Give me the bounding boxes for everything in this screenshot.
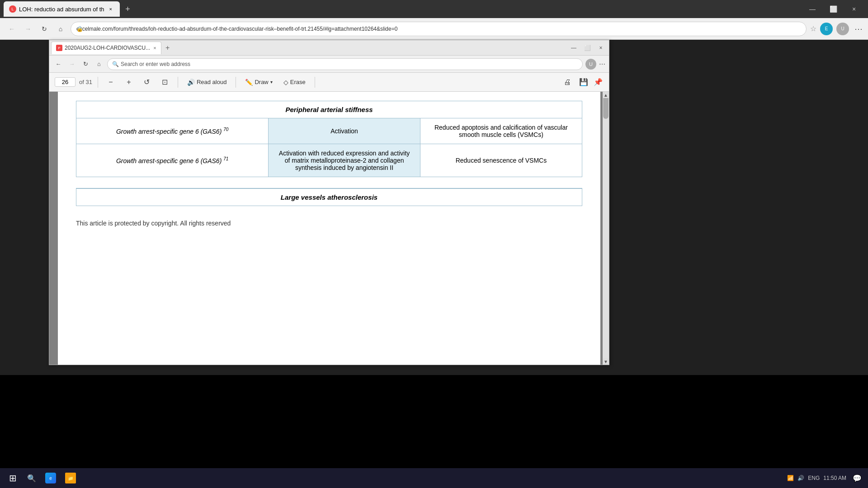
inner-menu-btn[interactable]: ⋯	[599, 61, 605, 68]
section-header-row-2: Large vessels atherosclerosis	[76, 188, 582, 206]
toolbar-divider-2	[178, 77, 178, 88]
browser-menu-btn[interactable]: ⋯	[854, 24, 863, 34]
outer-address-bar: ← → ↻ ⌂ 🔒 excelmale.com/forum/threads/lo…	[0, 18, 868, 40]
erase-label: Erase	[290, 79, 306, 85]
outer-new-tab-btn[interactable]: +	[122, 3, 134, 15]
taskbar-clock: 11:50 AM	[823, 474, 846, 482]
draw-btn[interactable]: ✏️ Draw ▾	[241, 77, 276, 88]
taskbar-search-btn[interactable]: 🔍	[24, 470, 40, 486]
outer-win-controls: — ⬜ ×	[802, 0, 864, 18]
page-number-group	[55, 77, 75, 87]
inner-maximize-btn[interactable]: ⬜	[581, 42, 594, 53]
inner-new-tab-btn[interactable]: +	[162, 42, 173, 53]
pin-btn[interactable]: 📌	[593, 77, 604, 88]
taskbar-system-tray: 📶 🔊 ENG 11:50 AM 💬	[787, 471, 864, 485]
taskbar-edge-icon[interactable]: e	[42, 469, 60, 487]
gene-cell-2: Growth arrest-specific gene 6 (GAS6) 71	[76, 144, 269, 177]
browser-icon-btn[interactable]: E	[820, 23, 833, 35]
inner-close-btn[interactable]: ×	[594, 42, 607, 53]
taskbar-notification-btn[interactable]: 💬	[850, 471, 864, 485]
empty-row	[76, 177, 582, 189]
page-number-input[interactable]	[58, 79, 72, 85]
outer-close-btn[interactable]: ×	[844, 0, 864, 18]
page-of-label: of 31	[79, 79, 92, 85]
inner-address-bar: ← → ↻ ⌂ 🔍 Search or enter web address U …	[49, 56, 609, 73]
outcome-cell-1: Reduced apoptosis and calcification of v…	[420, 118, 582, 144]
outcome-text-2: Reduced senescence of VSMCs	[456, 157, 547, 164]
start-button[interactable]: ⊞	[4, 469, 22, 487]
outer-tab-close-btn[interactable]: ×	[107, 5, 114, 13]
erase-btn[interactable]: ◇ Erase	[280, 77, 309, 88]
file-explorer-icon-shape: 📁	[65, 473, 76, 483]
inner-minimize-btn[interactable]: —	[567, 42, 580, 53]
inner-tab-close-btn[interactable]: ×	[153, 45, 156, 51]
print-btn[interactable]: 🖨	[560, 75, 575, 89]
inner-home-btn[interactable]: ⌂	[94, 59, 104, 70]
zoom-out-btn[interactable]: −	[104, 75, 118, 89]
favorite-star-icon[interactable]: ☆	[810, 24, 816, 33]
table-row: Growth arrest-specific gene 6 (GAS6) 71 …	[76, 144, 582, 177]
read-aloud-btn[interactable]: 🔊 Read aloud	[184, 77, 231, 88]
article-table: Peripheral arterial stiffness Growth arr…	[76, 101, 582, 206]
volume-icon: 🔊	[797, 475, 804, 481]
gene-name-2: Growth arrest-specific gene 6 (GAS6) 71	[116, 157, 228, 164]
gene-sup-1: 70	[223, 127, 228, 132]
inner-tab-active[interactable]: P 2020AUG2-LOH-CARDIOVASCU... ×	[51, 42, 161, 54]
outer-tab-active[interactable]: L LOH: reductio ad absurdum of th ×	[4, 1, 120, 17]
outer-tab-title: LOH: reductio ad absurdum of th	[19, 6, 104, 13]
fit-page-btn[interactable]: ⊡	[158, 75, 172, 89]
draw-label: Draw	[255, 79, 268, 85]
pdf-toolbar: of 31 − + ↺ ⊡ 🔊 Read aloud ✏️ Draw ▾ ◇ E…	[49, 73, 609, 92]
pdf-page: Peripheral arterial stiffness Growth arr…	[58, 92, 600, 365]
toolbar-divider-4	[315, 77, 315, 88]
outer-minimize-btn[interactable]: —	[802, 0, 823, 18]
taskbar: ⊞ 🔍 e 📁 📶 🔊 ENG 11:50 AM 💬	[0, 468, 868, 488]
rotate-btn[interactable]: ↺	[140, 75, 154, 89]
scrollbar-track[interactable]: ▲ ▼	[603, 92, 609, 365]
gene-sup-2: 71	[223, 156, 228, 161]
taskbar-file-explorer-icon[interactable]: 📁	[61, 469, 80, 487]
address-url-text: excelmale.com/forum/threads/loh-reductio…	[76, 26, 397, 32]
lang-label: ENG	[808, 475, 820, 481]
pdf-content: Peripheral arterial stiffness Growth arr…	[49, 92, 609, 365]
read-aloud-icon: 🔊	[187, 79, 195, 86]
inner-address-text: Search or enter web address	[121, 61, 190, 67]
section-header-text-2: Large vessels atherosclerosis	[281, 193, 377, 201]
table-row: Growth arrest-specific gene 6 (GAS6) 70 …	[76, 118, 582, 144]
back-btn: ←	[5, 23, 18, 35]
inner-reload-btn[interactable]: ↻	[80, 59, 91, 70]
copyright-text: This article is protected by copyright. …	[76, 220, 582, 227]
section-header-cell-2: Large vessels atherosclerosis	[76, 188, 582, 206]
inner-tab-title: 2020AUG2-LOH-CARDIOVASCU...	[65, 45, 150, 51]
inner-tab-bar: P 2020AUG2-LOH-CARDIOVASCU... × + — ⬜ ×	[49, 40, 609, 56]
inner-profile-avatar[interactable]: U	[585, 59, 596, 70]
section-header-text-1: Peripheral arterial stiffness	[285, 106, 373, 113]
inner-back-btn[interactable]: ←	[53, 59, 64, 70]
gene-name-1: Growth arrest-specific gene 6 (GAS6) 70	[116, 128, 228, 135]
zoom-in-btn[interactable]: +	[122, 75, 136, 89]
save-btn[interactable]: 💾	[576, 75, 591, 89]
inner-address-field[interactable]: 🔍 Search or enter web address	[107, 58, 583, 70]
mechanism-cell-1: Activation	[269, 118, 420, 144]
outer-maximize-btn[interactable]: ⬜	[823, 0, 844, 18]
profile-avatar[interactable]: U	[836, 23, 849, 35]
scrollbar-up-arrow[interactable]: ▲	[603, 92, 609, 98]
wifi-icon: 📶	[787, 475, 794, 481]
section-header-cell-1: Peripheral arterial stiffness	[76, 101, 582, 118]
toolbar-divider-3	[236, 77, 236, 88]
inner-win-controls: — ⬜ ×	[567, 42, 607, 53]
erase-icon: ◇	[283, 79, 288, 86]
outer-address-input[interactable]: 🔒 excelmale.com/forum/threads/loh-reduct…	[71, 22, 807, 36]
address-lock-icon: 🔒	[76, 26, 83, 32]
scrollbar-down-arrow[interactable]: ▼	[603, 358, 609, 365]
toolbar-divider-1	[98, 77, 98, 88]
gene-cell-1: Growth arrest-specific gene 6 (GAS6) 70	[76, 118, 269, 144]
draw-chevron-icon[interactable]: ▾	[270, 80, 273, 84]
inner-forward-btn: →	[66, 59, 77, 70]
mechanism-text-1: Activation	[330, 127, 358, 135]
empty-cell	[76, 177, 582, 189]
home-btn[interactable]: ⌂	[54, 23, 67, 35]
reload-btn[interactable]: ↻	[38, 23, 51, 35]
forward-btn: →	[22, 23, 34, 35]
outcome-text-1: Reduced apoptosis and calcification of v…	[434, 124, 568, 138]
